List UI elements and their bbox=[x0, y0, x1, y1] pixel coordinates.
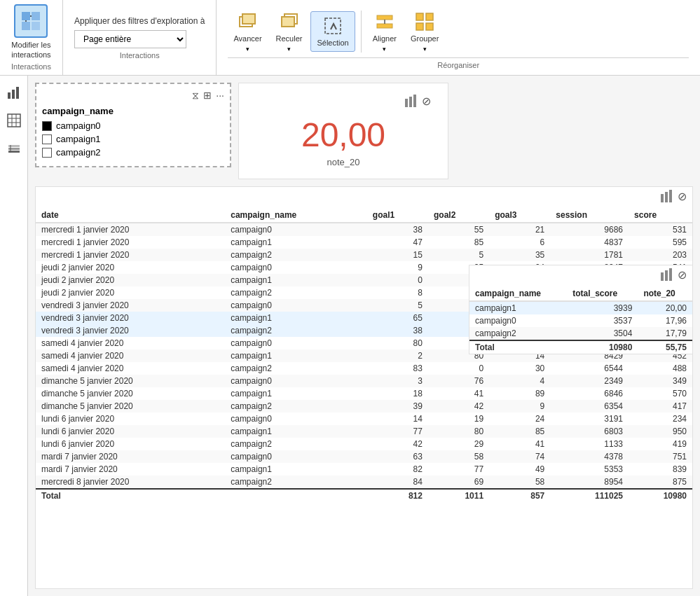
aligner-icon bbox=[373, 11, 396, 33]
col-goal1: goal1 bbox=[367, 208, 428, 223]
svg-rect-20 bbox=[16, 87, 19, 99]
filter-export-icon[interactable]: ⊞ bbox=[203, 90, 212, 102]
filter-item-2[interactable]: campaign2 bbox=[42, 147, 224, 158]
ribbon: Modifier lesinteractions Interactions Ap… bbox=[0, 0, 700, 76]
filter-item-0[interactable]: campaign0 bbox=[42, 120, 224, 131]
score-chart-icon[interactable] bbox=[405, 95, 418, 110]
score-block-icon[interactable]: ⊘ bbox=[422, 95, 431, 110]
svg-rect-31 bbox=[409, 97, 412, 107]
summary-table-container: ⊘ campaign_name total_score note_20 camp… bbox=[469, 265, 693, 354]
svg-rect-30 bbox=[405, 99, 408, 107]
filter-icon[interactable]: ⧖ bbox=[192, 90, 199, 102]
summary-row: campaign1393920,00 bbox=[469, 301, 692, 314]
table-row: mardi 7 janvier 2020campaign063587443787… bbox=[36, 450, 692, 463]
data-table: date campaign_name goal1 goal2 goal3 ses… bbox=[36, 208, 692, 502]
interactions-section-label: Interactions bbox=[11, 62, 51, 71]
svg-rect-18 bbox=[8, 92, 11, 99]
canvas: ⧖ ⊞ ··· campaign_name campaign0 campaign… bbox=[28, 76, 700, 596]
table-total-row: Total812101185711102510980 bbox=[36, 489, 692, 502]
svg-rect-35 bbox=[669, 190, 672, 202]
table-block-icon[interactable]: ⊘ bbox=[678, 190, 687, 205]
table-chart-icon[interactable] bbox=[661, 190, 673, 205]
svg-rect-19 bbox=[12, 90, 15, 99]
apply-select[interactable]: Page entière bbox=[74, 30, 186, 48]
col-date: date bbox=[36, 208, 225, 223]
filter-label-2: campaign2 bbox=[56, 147, 101, 158]
sidebar-icon-table[interactable] bbox=[3, 109, 25, 132]
summary-table-toolbar: ⊘ bbox=[469, 265, 692, 286]
svg-rect-17 bbox=[426, 23, 433, 30]
ribbon-interactions-section: Modifier lesinteractions Interactions bbox=[0, 0, 63, 75]
table-row: mercredi 1 janvier 2020campaign147856483… bbox=[36, 236, 692, 249]
summary-header-row: campaign_name total_score note_20 bbox=[469, 286, 692, 301]
filter-title: campaign_name bbox=[42, 106, 224, 116]
svg-rect-34 bbox=[665, 192, 668, 202]
grouper-icon bbox=[413, 11, 436, 33]
summary-col-total-score: total_score bbox=[567, 286, 638, 301]
table-row: mercredi 1 janvier 2020campaign038552196… bbox=[36, 223, 692, 236]
svg-rect-0 bbox=[22, 12, 30, 20]
score-card: ⊘ 20,00 note_20 bbox=[238, 83, 448, 179]
svg-rect-16 bbox=[416, 23, 423, 30]
grouper-button[interactable]: Grouper ▾ bbox=[405, 8, 444, 55]
svg-rect-7 bbox=[242, 14, 255, 24]
selection-label: Sélection bbox=[317, 39, 348, 48]
table-header-row: date campaign_name goal1 goal2 goal3 ses… bbox=[36, 208, 692, 223]
avancer-button[interactable]: Avancer ▾ bbox=[228, 8, 267, 55]
summary-body: campaign1393920,00campaign0353717,96camp… bbox=[469, 301, 692, 354]
summary-col-campaign: campaign_name bbox=[469, 286, 567, 301]
modify-interactions-icon bbox=[14, 4, 48, 38]
score-label: note_20 bbox=[256, 157, 431, 167]
ribbon-rearrange-section: Avancer ▾ Reculer ▾ bbox=[217, 0, 700, 75]
summary-total-row: Total1098055,75 bbox=[469, 340, 692, 354]
table-row: lundi 6 janvier 2020campaign014192431912… bbox=[36, 413, 692, 425]
reculer-button[interactable]: Reculer ▾ bbox=[270, 8, 308, 55]
selection-icon bbox=[322, 15, 344, 37]
avancer-label: Avancer bbox=[233, 34, 261, 43]
selection-button[interactable]: Sélection bbox=[310, 11, 355, 51]
col-goal3: goal3 bbox=[489, 208, 550, 223]
summary-chart-icon[interactable] bbox=[661, 268, 673, 284]
summary-block-icon[interactable]: ⊘ bbox=[678, 268, 687, 284]
table-row: lundi 6 janvier 2020campaign177808568039… bbox=[36, 425, 692, 438]
filter-more-icon[interactable]: ··· bbox=[216, 90, 224, 102]
svg-rect-38 bbox=[669, 268, 672, 281]
aligner-button[interactable]: Aligner ▾ bbox=[367, 8, 402, 55]
filter-checkbox-1[interactable] bbox=[42, 134, 52, 144]
rearrange-section-label: Réorganiser bbox=[228, 57, 689, 69]
table-row: samedi 4 janvier 2020campaign28303065444… bbox=[36, 362, 692, 375]
svg-rect-3 bbox=[32, 22, 40, 30]
svg-rect-26 bbox=[8, 145, 20, 147]
svg-rect-2 bbox=[22, 22, 30, 30]
reculer-icon bbox=[278, 11, 301, 33]
aligner-label: Aligner bbox=[373, 34, 397, 43]
reculer-label: Reculer bbox=[276, 34, 303, 43]
summary-row: campaign0353717,96 bbox=[469, 314, 692, 327]
table-row: dimanche 5 janvier 2020campaign037642349… bbox=[36, 375, 692, 387]
svg-rect-37 bbox=[665, 270, 668, 281]
col-session: session bbox=[550, 208, 629, 223]
filter-checkbox-0[interactable] bbox=[42, 121, 52, 131]
svg-rect-12 bbox=[377, 24, 392, 28]
modify-interactions-button[interactable]: Modifier lesinteractions bbox=[11, 4, 50, 59]
sidebar-icon-chart[interactable] bbox=[3, 81, 25, 104]
score-value: 20,00 bbox=[256, 116, 431, 154]
svg-rect-14 bbox=[416, 13, 423, 20]
summary-table: campaign_name total_score note_20 campai… bbox=[469, 286, 692, 354]
filter-label-1: campaign1 bbox=[56, 134, 101, 144]
interactions-label-2: Interactions bbox=[74, 51, 205, 60]
filter-label-0: campaign0 bbox=[56, 120, 101, 131]
data-table-toolbar: ⊘ bbox=[36, 187, 692, 208]
filter-item-1[interactable]: campaign1 bbox=[42, 134, 224, 144]
ribbon-divider-1 bbox=[361, 11, 362, 53]
table-row: dimanche 5 janvier 2020campaign118418968… bbox=[36, 387, 692, 400]
sidebar-icon-layers[interactable] bbox=[3, 137, 25, 160]
main-content: ⧖ ⊞ ··· campaign_name campaign0 campaign… bbox=[0, 76, 700, 596]
svg-rect-33 bbox=[661, 194, 664, 202]
apply-title: Appliquer des filtres d'exploration à bbox=[74, 16, 205, 26]
col-score: score bbox=[629, 208, 692, 223]
svg-rect-32 bbox=[413, 95, 416, 107]
filter-widget: ⧖ ⊞ ··· campaign_name campaign0 campaign… bbox=[35, 83, 231, 167]
col-campaign-name: campaign_name bbox=[225, 208, 367, 223]
filter-checkbox-2[interactable] bbox=[42, 148, 52, 158]
